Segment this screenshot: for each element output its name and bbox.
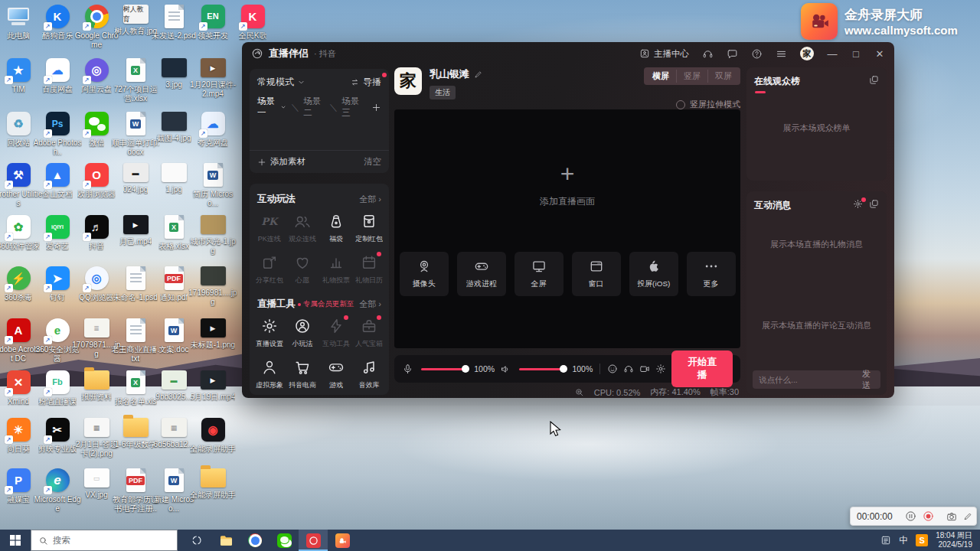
tool-游戏[interactable]: 游戏 (320, 358, 352, 390)
desktop-icon-全能录屏助手[interactable]: ◉全能录屏助手 (188, 418, 237, 454)
voice-headset-icon[interactable] (623, 364, 634, 374)
taskbar-wechat[interactable] (270, 530, 299, 551)
source-button-窗口[interactable]: 窗口 (572, 252, 621, 296)
beauty-face-icon[interactable] (607, 364, 618, 374)
zoom-magnifier-icon[interactable] (574, 387, 584, 397)
search-input[interactable] (53, 536, 171, 545)
feature-label: 抖音电商 (289, 380, 316, 390)
desktop-icon-城市风光-1.jpg[interactable]: 城市风光-1.jpg (188, 215, 237, 256)
tool-直播设置[interactable]: 直播设置 (253, 317, 286, 349)
tool-虚拟形象[interactable]: 虚拟形象 (253, 358, 286, 390)
help-icon[interactable] (751, 48, 763, 60)
add-scene-button[interactable] (371, 103, 381, 112)
mic-icon[interactable] (402, 364, 413, 375)
tool-小玩法[interactable]: 小玩法 (286, 317, 318, 349)
swap-icon (350, 77, 360, 87)
taskbar-recorder[interactable] (328, 530, 357, 551)
source-button-投屏(iOS)[interactable]: 投屏(iOS) (629, 252, 678, 296)
desktop-icon-简历 Microso...[interactable]: W简历 Microso... (188, 163, 237, 208)
scene-tab-场景三[interactable]: 场景三 (341, 96, 364, 119)
interact-礼物投票[interactable]: 礼物投票 (320, 253, 352, 285)
minimize-button[interactable]: — (827, 48, 838, 60)
interact-分享红包[interactable]: 分享红包 (253, 253, 286, 285)
desktop-icon-夸克网盘[interactable]: ☁↗夸克网盘 (188, 112, 237, 148)
shortcut-arrow-icon: ↗ (5, 435, 13, 444)
menu-icon[interactable] (776, 48, 787, 60)
tool-音效库[interactable]: 音效库 (353, 358, 385, 390)
taskbar-file-explorer[interactable] (211, 530, 240, 551)
tools-all-link[interactable]: 全部 › (359, 298, 381, 310)
popout-icon[interactable] (869, 75, 879, 85)
speaker-volume-slider[interactable] (519, 368, 564, 370)
message-input[interactable] (759, 375, 862, 384)
slider-knob[interactable] (560, 365, 567, 373)
touch-keyboard-icon[interactable] (880, 535, 891, 546)
desktop-icon-label: 3.jpg (165, 80, 182, 90)
director-button[interactable]: 导播 (350, 76, 381, 89)
ime-indicator[interactable]: 中 (899, 534, 908, 547)
feedback-chat-icon[interactable] (727, 48, 738, 60)
pause-button[interactable] (905, 510, 916, 522)
interact-定制红包[interactable]: 定制红包 (353, 212, 385, 244)
start-button[interactable] (0, 530, 31, 551)
interact-礼物日历[interactable]: 礼物日历 (353, 253, 385, 285)
mic-volume-slider[interactable] (421, 368, 466, 370)
add-material-button[interactable]: 添加素材 (257, 156, 305, 168)
member-promo[interactable]: 专属会员更新至全部 › (298, 298, 381, 310)
desktop-icon-17196981....jpg[interactable]: 17196981....jpg (188, 266, 237, 307)
tool-人气宝箱[interactable]: 人气宝箱 (353, 317, 385, 349)
annotate-pencil-icon[interactable] (963, 511, 973, 521)
desktop-icon-label: Xmind (8, 397, 29, 406)
user-avatar[interactable]: 家 (800, 47, 814, 60)
source-button-摄像头[interactable]: 摄像头 (400, 252, 449, 296)
tool-互动工具[interactable]: 互动工具 (320, 317, 352, 349)
orientation-tab-双屏[interactable]: 双屏 (707, 70, 739, 83)
taskbar-live-companion[interactable] (299, 530, 328, 551)
desktop-icon-全民K歌[interactable]: K↗全民K歌 (228, 5, 277, 41)
source-button-全屏[interactable]: 全屏 (514, 252, 564, 296)
settings-gear-icon[interactable] (655, 364, 666, 374)
stretch-mode-option[interactable]: 竖屏拉伸模式 (676, 99, 740, 110)
edit-name-icon[interactable] (474, 70, 483, 79)
source-button-更多[interactable]: 更多 (687, 252, 736, 296)
taskbar-search[interactable] (31, 530, 178, 551)
slider-knob[interactable] (462, 365, 469, 373)
popout-icon[interactable] (869, 199, 879, 209)
send-button[interactable]: 发送 (862, 368, 874, 391)
tray-editor-icon[interactable]: S (916, 534, 928, 546)
tool-抖音电商[interactable]: 抖音电商 (286, 358, 318, 390)
speaker-icon[interactable] (500, 364, 511, 375)
interact-观众连线[interactable]: 观众连线 (286, 212, 318, 244)
desktop-icon-label: 1月20日课件-2.mp4 (188, 80, 237, 99)
scene-tab-场景一[interactable]: 场景一 (257, 96, 287, 119)
interact-PK连线[interactable]: PKPK连线 (253, 212, 286, 244)
start-live-button[interactable]: 开始直播 (671, 350, 733, 387)
desktop-icon-5月19日.mp4[interactable]: ▶5月19日.mp4 (188, 370, 237, 402)
source-button-游戏进程[interactable]: 游戏进程 (457, 252, 506, 296)
orientation-tab-横屏[interactable]: 横屏 (645, 70, 676, 83)
desktop-icon-1月20日课件-2.mp4[interactable]: ▶1月20日课件-2.mp4 (188, 58, 237, 99)
taskbar-chrome[interactable] (240, 530, 270, 551)
anchor-center-button[interactable]: 主播中心 (639, 48, 689, 60)
close-button[interactable]: ✕ (874, 48, 885, 60)
mode-select[interactable]: 常规模式 (257, 76, 294, 89)
screenshot-camera-icon[interactable] (946, 511, 957, 522)
maximize-button[interactable]: □ (851, 48, 861, 60)
record-stop-button[interactable] (923, 510, 934, 522)
scene-tab-场景二[interactable]: 场景二 (303, 96, 325, 119)
record-camera-icon[interactable] (639, 364, 650, 374)
support-headset-icon[interactable] (702, 48, 714, 60)
add-source-block[interactable]: + 添加直播画面 (394, 161, 740, 208)
orientation-tab-竖屏[interactable]: 竖屏 (676, 70, 707, 83)
cortana-button[interactable] (182, 530, 211, 551)
shortcut-arrow-icon: ↗ (5, 486, 13, 494)
interact-福袋[interactable]: 福袋 (320, 212, 352, 244)
audience-rank-title[interactable]: 在线观众榜 (754, 75, 800, 88)
desktop-icon-未标题-1.png[interactable]: ▶未标题-1.png (188, 318, 237, 350)
desktop-icon-全能录屏助手[interactable]: 全能录屏助手 (188, 468, 237, 500)
desktop-icon-label: 剪映专业版 (38, 445, 77, 454)
interact-心愿[interactable]: 心愿 (286, 253, 318, 285)
clear-button[interactable]: 清空 (364, 156, 381, 168)
taskbar-clock[interactable]: 18:04 周日 2024/5/19 (936, 531, 972, 550)
interact-all-link[interactable]: 全部 › (359, 194, 381, 205)
